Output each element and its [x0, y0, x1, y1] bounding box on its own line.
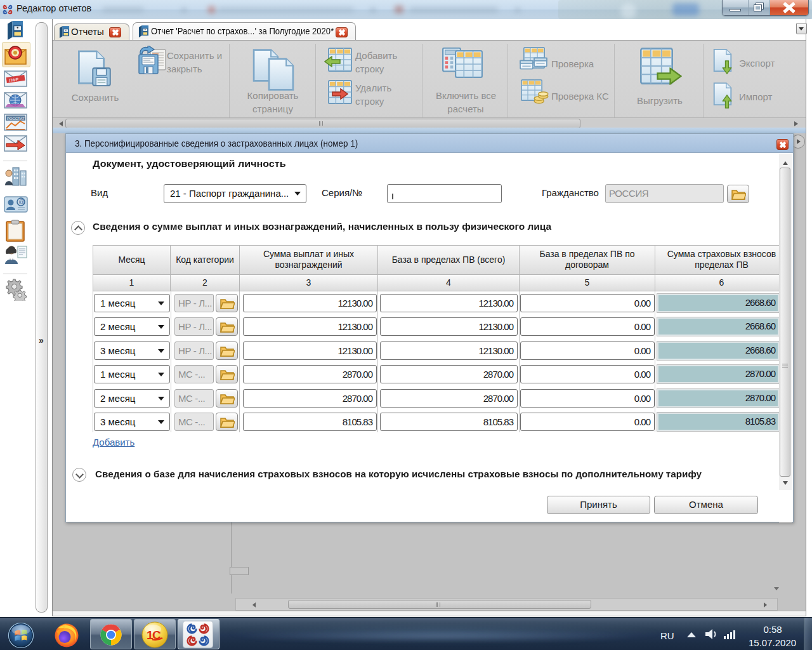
svg-text:@: @	[19, 199, 25, 205]
svg-text:РОССТАТ: РОССТАТ	[7, 117, 25, 121]
